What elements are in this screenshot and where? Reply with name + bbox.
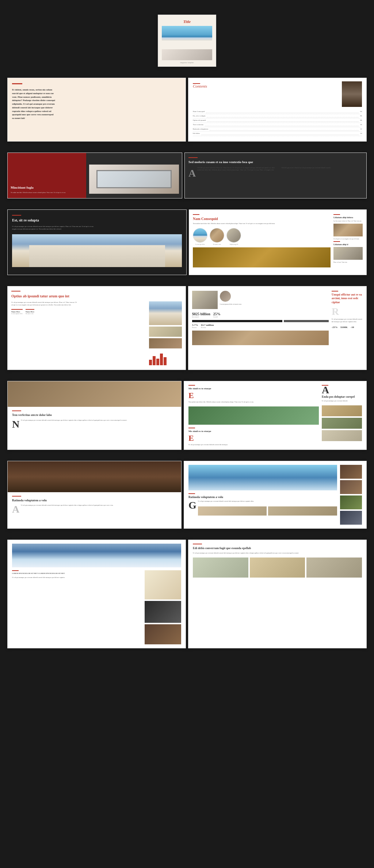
spread-7: LOREM IPSUM DOLOR SIT MET S LOREM IPSUM …: [7, 540, 367, 648]
contents-dots: [210, 128, 359, 131]
accent-line: [188, 385, 195, 386]
room-desc: Lorem ipsum dolor sit amet cons: [220, 303, 329, 305]
contents-item: Est, sit re solupta 06: [193, 114, 362, 119]
portrait-list: [340, 465, 362, 525]
stat-3-num: 5-7%: [192, 324, 198, 327]
contents-item-label: Nam Consequid: [193, 111, 205, 113]
spread-7-main: LOREM IPSUM DOLOR SIT MET S LOREM IPSUM …: [12, 570, 142, 644]
spread-2-body: Te autlat tum lab. Officilis aboae euren…: [11, 192, 83, 194]
accent-line: [12, 496, 21, 497]
accent-line-2: [188, 428, 195, 428]
cover-footer: magazine template: [162, 62, 212, 63]
spread-6-left: Ratinoda voluptatem a volu A Ut od qui a…: [7, 461, 182, 529]
spread-1-right: Contents Nam Consequid 04 Est, sit re so…: [188, 78, 367, 142]
stat-4-num: $3.7 million: [201, 324, 214, 327]
spread-2-left: Mincitiunt fugla Te autlat tum lab. Offi…: [7, 153, 182, 198]
spread-4-right-main: Lorem ipsum dolor sit amet cons $825 bil…: [192, 291, 329, 345]
stair-img: [145, 601, 181, 623]
dark-bars: [192, 320, 329, 322]
spread-3-left: Est, sit re solupta Ut od qui aramque pr…: [7, 209, 187, 275]
contents-item-label: Est, sit re solupta: [193, 115, 205, 117]
contents-item: Optius ab ipsundi 08: [193, 119, 362, 123]
circle-label: Lorem ips dolor: [195, 243, 205, 245]
spread-1-body: Et dolent, omnis essus, serion nia solum…: [12, 88, 56, 120]
cover-page: Title magazine template: [158, 15, 216, 67]
contents-item: Ratinoda voluptatem 12: [193, 127, 362, 132]
circle-item: Adipiscing elit: [226, 228, 241, 245]
avatar-circle: [220, 291, 231, 302]
bar-3: [156, 359, 159, 365]
accent-line: [333, 241, 340, 242]
spread-6-right-content: Ratinoda voluptatem a volu G Ut od qui a…: [188, 465, 362, 525]
portrait-img: [145, 624, 181, 644]
name-item-1: Name Here Lorem ipsum dolor: [11, 309, 23, 315]
name-desc-2: Sit amet cons: [26, 313, 34, 315]
spread-6-right-body: Ratinoda voluptatem a volu G Ut od qui a…: [188, 493, 337, 503]
accent-line: [188, 493, 195, 494]
contents-item-label: Optius ab ipsundi: [193, 119, 206, 122]
sidebar-heading: Litiatum aliqi dolora: [333, 216, 363, 219]
spread-5-right-heading: Enda pos doluptar corepel: [322, 395, 362, 398]
spread-5-right-main: Me simil es to eturpe E Tem autlat tum d…: [188, 385, 319, 446]
spread-4: Optius ab ipsundi tatur arum quo int Ut …: [7, 286, 367, 370]
stat-4: $3.7 million Revenue: [201, 324, 214, 328]
spread-4-right: Lorem ipsum dolor sit amet cons $825 bil…: [188, 286, 367, 370]
interior-img: [145, 570, 181, 599]
side-img-3: [322, 430, 362, 441]
spread-2-red-panel: Mincitiunt fugla Te autlat tum lab. Offi…: [8, 153, 86, 198]
spread-5-heading: Tem verferitas utecte dolor labo: [12, 413, 177, 417]
spread-5-subtitle-2: Me simil es to eturpe: [188, 430, 319, 433]
spread-4-heading: Optius ab ipsundi tatur arum quo int: [11, 294, 182, 298]
dark-bar-2: [284, 320, 329, 322]
beach-image: [188, 465, 337, 490]
accent-bar: [12, 83, 22, 84]
spread-5-right-body-2: Ut od qui aramque pro everum dolendi con…: [188, 444, 319, 446]
contents-dots: [201, 132, 359, 135]
accent-line: [193, 214, 199, 215]
contents-header: Contents: [193, 83, 362, 107]
circle-item: Sit amet cons: [210, 228, 224, 245]
drop-cap: A: [188, 168, 196, 178]
small-stats: -25% $100K -10: [332, 326, 363, 329]
spread-4-main: Ut od qui aramque pro everum dolendi con…: [11, 301, 146, 365]
spread-5: Tem verferitas utecte dolor labo N Ut od…: [7, 381, 367, 450]
arch-image: [149, 301, 182, 325]
spread-3-sidebar: Litiatum aliqi dolora Lar has maut volen…: [333, 214, 363, 267]
bottom-img-1: [193, 558, 248, 578]
accent-line: [12, 215, 21, 216]
spread-3-left-body: Ut od qui aramque pro everum dolendi con…: [12, 225, 182, 231]
spread-5-body: Ut od qui aramque pro everum dolendi con…: [12, 419, 177, 422]
small-stat-2: $100K: [340, 326, 347, 329]
contents-dots: [205, 124, 359, 126]
stats-row: $825 billion Investment 25% Growth: [192, 312, 329, 318]
cover-secondary-image: [162, 49, 212, 60]
contents-title: Contents: [193, 84, 207, 88]
spread-7-right-heading: Edi debis converram fugit que essunda ep…: [193, 547, 362, 550]
drop-cap-n: N: [12, 419, 19, 429]
small-stat-2-num: $100K: [340, 326, 347, 329]
room-info: Lorem ipsum dolor sit amet cons: [220, 291, 329, 309]
contents-dots: [207, 119, 359, 122]
contents-item: Edi debis 14: [193, 132, 362, 136]
sidebar-img-1: [149, 327, 182, 337]
bar-4: [160, 354, 163, 365]
bottom-img-3: [306, 558, 362, 578]
spread-4-sidebar: [149, 301, 182, 365]
name-boxes: Name Here Lorem ipsum dolor Name Here Si…: [11, 309, 146, 315]
small-stat-3-num: -10: [351, 326, 354, 329]
circle-label: Sit amet cons: [213, 243, 221, 245]
e-letter: E: [188, 391, 319, 400]
top-dark-image: [8, 461, 181, 492]
sidebar-heading-2: Litiatum aliqi d: [333, 243, 363, 246]
room-image-1: [192, 291, 218, 309]
spread-6-right-text: Ut od qui aramque pro everum dolendi con…: [188, 500, 337, 503]
contents-item: Nam Consequid 04: [193, 110, 362, 114]
contents-list: Nam Consequid 04 Est, sit re solupta 06 …: [193, 110, 362, 136]
spread-2: Mincitiunt fugla Te autlat tum lab. Offi…: [7, 153, 367, 198]
contents-item-label: Tem verferitas: [193, 124, 203, 126]
spread-4-right-side: Umqui offictur aut re ea arcimi, imus es…: [332, 291, 363, 345]
portrait-3: [340, 495, 362, 509]
spread-7-left: LOREM IPSUM DOLOR SIT MET S LOREM IPSUM …: [7, 540, 186, 648]
stat-1-num: $825 billion: [192, 312, 210, 316]
contents-dots: [207, 115, 359, 117]
